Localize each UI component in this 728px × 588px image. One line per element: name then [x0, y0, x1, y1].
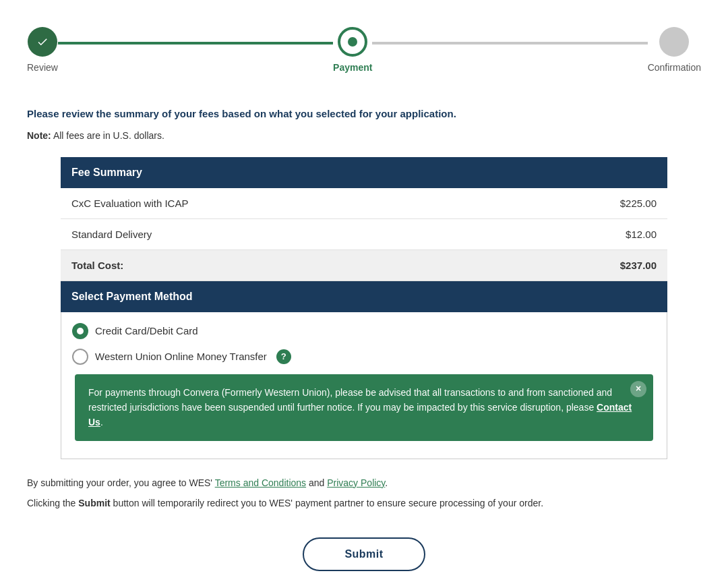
western-union-help-icon[interactable]: ? [276, 349, 291, 364]
stepper-line-1 [58, 42, 333, 45]
fee-total-amount: $237.00 [620, 260, 657, 271]
terms-link[interactable]: Terms and Conditions [215, 477, 306, 488]
western-union-label: Western Union Online Money Transfer [95, 351, 267, 362]
credit-card-label: Credit Card/Debit Card [95, 325, 198, 336]
alert-text-after: . [100, 417, 103, 428]
step-review-label: Review [27, 62, 58, 73]
payment-options: Credit Card/Debit Card Western Union Onl… [61, 312, 667, 459]
step-payment-label: Payment [333, 62, 372, 73]
stepper-line-2 [372, 42, 647, 45]
step-confirmation-label: Confirmation [648, 62, 701, 73]
note-text: Note: All fees are in U.S. dollars. [27, 130, 701, 141]
radio-western-union[interactable] [72, 349, 88, 365]
note-label: Note: [27, 130, 51, 141]
step-review-circle [28, 27, 57, 57]
fee-row-1-label: CxC Evaluation with ICAP [71, 198, 188, 209]
alert-close-button[interactable]: × [630, 381, 646, 397]
footer-bold-submit: Submit [78, 498, 110, 508]
stepper: Review Payment Confirmation [27, 20, 701, 73]
submit-area: Submit [27, 537, 701, 571]
footer-line1-middle: and [306, 477, 327, 488]
step-confirmation-circle [659, 27, 689, 57]
fee-total-row: Total Cost: $237.00 [61, 250, 667, 281]
footer-line1-before: By submitting your order, you agree to W… [27, 477, 215, 488]
intro-summary: Please review the summary of your fees b… [27, 107, 701, 122]
footer-line-1: By submitting your order, you agree to W… [27, 475, 701, 490]
footer-line1-after: . [385, 477, 388, 488]
note-content: All fees are in U.S. dollars. [53, 130, 164, 141]
footer-line2-before: Clicking the [27, 498, 78, 508]
step-payment: Payment [333, 27, 372, 73]
step-confirmation: Confirmation [648, 27, 701, 73]
step-review: Review [27, 27, 58, 73]
fee-row-1: CxC Evaluation with ICAP $225.00 [61, 188, 667, 219]
fee-summary-header: Fee Summary [61, 157, 667, 188]
payment-option-credit[interactable]: Credit Card/Debit Card [72, 323, 656, 339]
fee-row-2: Standard Delivery $12.00 [61, 219, 667, 250]
fee-summary-section: Fee Summary CxC Evaluation with ICAP $22… [61, 157, 667, 459]
submit-button[interactable]: Submit [303, 537, 425, 571]
radio-credit[interactable] [72, 323, 88, 339]
privacy-link[interactable]: Privacy Policy [327, 477, 385, 488]
alert-box: For payments through Convera (Formerly W… [75, 374, 653, 441]
footer-line-2: Clicking the Submit button will temporar… [27, 496, 701, 510]
fee-row-2-label: Standard Delivery [71, 229, 152, 240]
payment-option-western-union[interactable]: Western Union Online Money Transfer ? [72, 349, 656, 365]
fee-row-2-amount: $12.00 [626, 229, 657, 240]
fee-total-label: Total Cost: [71, 260, 123, 271]
step-payment-circle [338, 27, 367, 57]
alert-text-before: For payments through Convera (Formerly W… [88, 387, 612, 413]
payment-method-header: Select Payment Method [61, 281, 667, 312]
footer-line2-after: button will temporarily redirect you to … [111, 498, 543, 508]
fee-row-1-amount: $225.00 [620, 198, 657, 209]
